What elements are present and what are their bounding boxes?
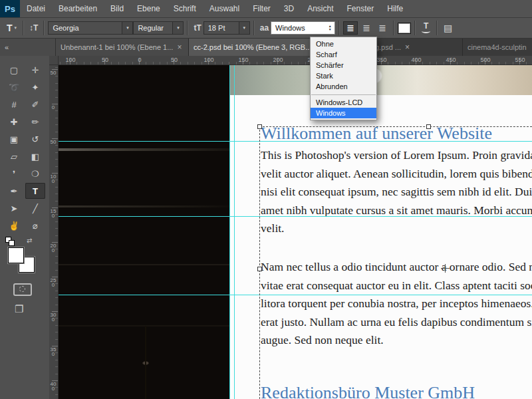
quick-mask-button[interactable] (13, 283, 32, 296)
path-selection-tool[interactable]: ➤ (4, 200, 24, 216)
pen-tool[interactable]: ✒ (4, 183, 24, 199)
menu-ansicht[interactable]: Ansicht (301, 0, 340, 17)
horizontal-guide[interactable] (59, 295, 532, 295)
font-size-select[interactable]: 18 Pt ▾ (203, 21, 250, 35)
tab-cinema4d-sculpting[interactable]: cinema4d-sculptin (463, 39, 532, 56)
zoom-tool[interactable]: ⌀ (25, 217, 45, 233)
brush-tool[interactable]: ✏ (25, 114, 45, 130)
close-icon[interactable]: × (177, 43, 182, 52)
menu-item-windows[interactable]: Windows (311, 108, 376, 118)
hand-icon: ✌ (9, 221, 19, 231)
eyedropper-tool[interactable]: ✐ (25, 96, 45, 112)
paragraph-1: This is Photoshop's version of Lorem Ips… (261, 146, 532, 238)
hand-tool[interactable]: ✌ (4, 217, 24, 233)
menu-fenster[interactable]: Fenster (340, 0, 381, 17)
separator (414, 21, 416, 35)
menu-item-stark[interactable]: Stark (311, 70, 376, 81)
separator (393, 21, 394, 35)
crop-tool[interactable]: # (4, 96, 24, 112)
quick-selection-tool[interactable]: ✦ (25, 79, 45, 95)
menu-item-schaerfer[interactable]: Schärfer (311, 60, 376, 70)
vertical-guide[interactable] (234, 65, 235, 399)
blur-tool[interactable]: ❜ (4, 166, 24, 182)
align-right-button[interactable]: ≣ (375, 21, 390, 35)
anti-alias-select[interactable]: Windows ▲▼ (271, 21, 335, 35)
menu-item-scharf[interactable]: Scharf (311, 49, 376, 60)
text-color-swatch[interactable] (398, 23, 411, 34)
paragraph-line: velit. (261, 219, 532, 238)
ruler-number: 100 (63, 57, 78, 63)
warp-arc-icon (422, 29, 430, 33)
align-left-button[interactable]: ≣ (343, 21, 358, 35)
horizontal-ruler[interactable]: 100 50 0 50 100 150 200 250 300 350 400 … (59, 56, 532, 65)
swap-colors-icon[interactable]: ⇄ (27, 237, 32, 244)
warp-text-button[interactable]: T (419, 23, 433, 33)
menu-schrift[interactable]: Schrift (167, 0, 203, 17)
ruler-number: 450 (444, 57, 458, 63)
ruler-corner[interactable] (49, 56, 59, 65)
menu-ebene[interactable]: Ebene (130, 0, 167, 17)
toggle-panels-button[interactable]: ▤ (441, 23, 455, 33)
move-tool[interactable]: ✛ (25, 62, 45, 78)
ruler-number: 350 (50, 347, 57, 356)
paragraph-line: litora torquent per conubia nostra, per … (261, 295, 532, 313)
rectangular-marquee-tool[interactable]: ▢ (4, 62, 24, 78)
default-colors-icon[interactable] (5, 237, 15, 246)
transform-handle[interactable] (426, 124, 431, 129)
anti-alias-value: Windows (275, 24, 305, 32)
type-tool[interactable]: T (25, 183, 45, 199)
menu-3d[interactable]: 3D (277, 0, 301, 17)
font-style-select[interactable]: Regular ▾ (133, 21, 184, 35)
chevron-down-icon[interactable]: ▾ (122, 22, 132, 34)
chevron-down-icon[interactable]: ▾ (239, 22, 249, 34)
menu-separator (311, 94, 376, 95)
vertical-guide[interactable] (229, 65, 230, 399)
paragraph-line: Nam nec tellus a odio tincidunt auctor a… (261, 258, 532, 277)
font-family-select[interactable]: Georgia ▾ (48, 21, 133, 35)
menu-filter[interactable]: Filter (246, 0, 277, 17)
menu-item-windows-lcd[interactable]: Windows-LCD (311, 97, 376, 108)
screen-mode-button[interactable]: ❐ (15, 303, 23, 315)
clone-stamp-tool[interactable]: ▣ (4, 131, 24, 147)
gradient-icon: ◧ (31, 152, 39, 162)
menu-item-abrunden[interactable]: Abrunden (311, 81, 376, 92)
horizontal-guide[interactable] (59, 141, 532, 142)
foreground-color-swatch[interactable] (8, 247, 24, 263)
menu-hilfe[interactable]: Hilfe (380, 0, 410, 17)
transform-handle[interactable] (257, 267, 262, 271)
tool-preset-picker[interactable]: T ▾ (4, 23, 19, 33)
menu-item-ohne[interactable]: Ohne (311, 39, 376, 49)
document-canvas[interactable]: Willkommen auf unserer Website This is P… (59, 65, 532, 399)
align-center-button[interactable]: ≣ (359, 21, 374, 35)
gradient-tool[interactable]: ◧ (25, 148, 45, 164)
tab-title: cinema4d-sculptin (467, 43, 527, 51)
menu-bearbeiten[interactable]: Bearbeiten (52, 0, 104, 17)
horizontal-guide[interactable] (59, 216, 532, 217)
lasso-icon: ➰ (9, 82, 19, 92)
ruler-number: 400 (50, 382, 57, 391)
menu-datei[interactable]: Datei (20, 0, 52, 17)
font-size-icon: tT (192, 23, 203, 33)
menu-auswahl[interactable]: Auswahl (203, 0, 246, 17)
menu-bild[interactable]: Bild (104, 0, 130, 17)
history-brush-tool[interactable]: ↺ (25, 131, 45, 147)
vertical-ruler[interactable]: 50 0 50 100 150 200 250 300 350 400 (49, 65, 59, 399)
dodge-tool[interactable]: ❍ (25, 166, 45, 182)
healing-icon: ✚ (11, 117, 18, 127)
transform-handle[interactable] (257, 124, 262, 129)
eraser-tool[interactable]: ▱ (4, 148, 24, 164)
toolbar-collapse-button[interactable]: « (0, 39, 56, 56)
close-icon[interactable]: × (405, 43, 410, 52)
dodge-icon: ❍ (31, 169, 39, 179)
text-layer-bounds-top (259, 126, 532, 127)
header-photo-image (229, 65, 532, 95)
tab-unbenannt-1[interactable]: Unbenannt-1 bei 100% (Ebene 1... × (56, 39, 189, 56)
separator (436, 21, 438, 35)
spot-healing-brush-tool[interactable]: ✚ (4, 114, 24, 130)
lasso-tool[interactable]: ➰ (4, 79, 24, 95)
chevron-down-icon[interactable]: ▾ (172, 22, 183, 34)
paragraph-line: erat justo. Nullam ac urna eu felis dapi… (261, 313, 532, 332)
marquee-icon: ▢ (10, 65, 18, 75)
line-tool[interactable]: ╱ (25, 200, 45, 216)
text-orientation-icon[interactable]: ↕T (27, 23, 40, 33)
